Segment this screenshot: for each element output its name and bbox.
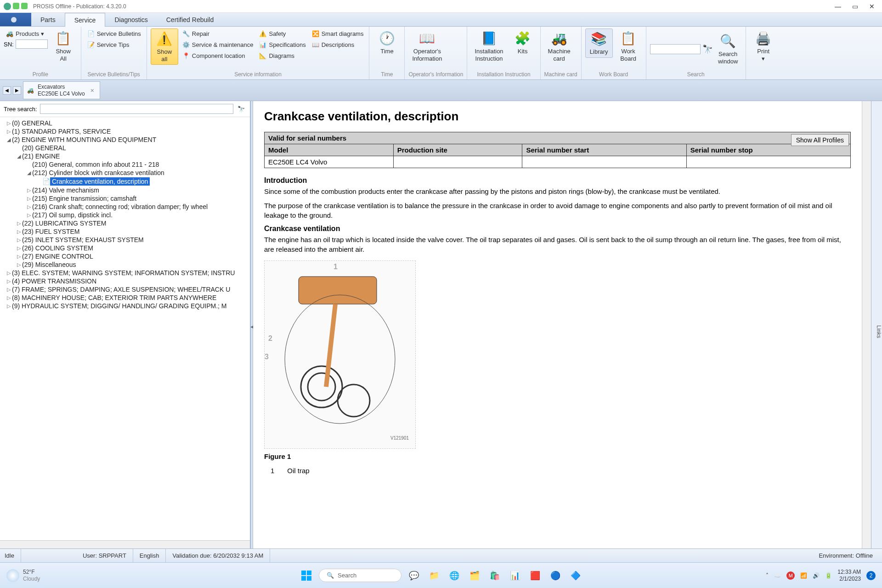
doc-nav-prev[interactable]: ◀ bbox=[3, 86, 11, 95]
tree-toggle[interactable]: ▷ bbox=[26, 187, 32, 193]
content-scrollbar[interactable] bbox=[862, 101, 871, 548]
show-all-service-button[interactable]: ⚠️ Show all bbox=[151, 28, 178, 65]
taskbar-weather[interactable]: 52°F Cloudy bbox=[6, 569, 40, 582]
tree-toggle[interactable]: ▷ bbox=[26, 204, 32, 210]
tree[interactable]: ▷(0) GENERAL▷(1) STANDARD PARTS, SERVICE… bbox=[0, 117, 250, 540]
start-button[interactable] bbox=[299, 568, 314, 583]
qat-icon-2[interactable] bbox=[21, 3, 28, 9]
tree-node[interactable]: ▷(29) Miscellaneous bbox=[0, 260, 250, 269]
tray-notifications[interactable]: 2 bbox=[866, 571, 876, 580]
taskbar-app-5[interactable]: 📊 bbox=[507, 568, 523, 583]
app-menu-button[interactable] bbox=[0, 13, 31, 26]
tray-volume-icon[interactable]: 🔊 bbox=[813, 572, 820, 579]
tray-battery-icon[interactable]: 🔋 bbox=[825, 572, 832, 579]
tree-node[interactable]: ▷(22) LUBRICATING SYSTEM bbox=[0, 219, 250, 227]
tree-toggle[interactable]: ▷ bbox=[26, 212, 32, 218]
taskbar-app-prosis[interactable]: 🔷 bbox=[568, 568, 583, 583]
tree-node[interactable]: ▷(215) Engine transmission; camshaft bbox=[0, 194, 250, 203]
taskbar-app-2[interactable]: 📁 bbox=[426, 568, 442, 583]
show-all-profiles-button[interactable]: Show All Profiles bbox=[791, 134, 849, 146]
tree-toggle[interactable]: ▷ bbox=[6, 303, 12, 309]
tree-toggle[interactable]: ▷ bbox=[6, 278, 12, 284]
tree-node[interactable]: ▷(27) ENGINE CONTROL bbox=[0, 252, 250, 260]
tree-node[interactable]: (20) GENERAL bbox=[0, 144, 250, 152]
taskbar-app-1[interactable]: 💬 bbox=[406, 568, 422, 583]
maximize-button[interactable]: ▭ bbox=[852, 3, 858, 10]
specifications-button[interactable]: 📊Specifications bbox=[257, 40, 307, 50]
tree-node[interactable]: ◢(2) ENGINE WITH MOUNTING AND EQUIPMENT bbox=[0, 136, 250, 144]
products-button[interactable]: 🚜 Products ▾ bbox=[4, 28, 48, 39]
tray-cloud-icon[interactable]: ☁️ bbox=[774, 572, 781, 579]
tab-service[interactable]: Service bbox=[65, 13, 106, 27]
tree-node[interactable]: ▷(3) ELEC. SYSTEM; WARNING SYSTEM; INFOR… bbox=[0, 269, 250, 277]
tree-toggle[interactable]: ▷ bbox=[16, 254, 22, 260]
binoculars-icon[interactable]: 🔭 bbox=[702, 44, 712, 54]
service-bulletins-button[interactable]: 📄Service Bulletins bbox=[85, 28, 143, 39]
tree-toggle[interactable]: ◢ bbox=[16, 153, 22, 159]
tree-node[interactable]: ▷(217) Oil sump, dipstick incl. bbox=[0, 211, 250, 219]
tree-node[interactable]: ▷(9) HYDRAULIC SYSTEM; DIGGING/ HANDLING… bbox=[0, 302, 250, 310]
diagrams-button[interactable]: 📐Diagrams bbox=[257, 51, 307, 61]
print-button[interactable]: 🖨️Print ▾ bbox=[750, 28, 777, 64]
tree-node[interactable]: ◢(21) ENGINE bbox=[0, 152, 250, 160]
tree-node[interactable]: 📄 Crankcase ventilation, description bbox=[0, 177, 250, 186]
tree-node[interactable]: ▷(26) COOLING SYSTEM bbox=[0, 244, 250, 252]
links-side-tab[interactable]: Links bbox=[871, 101, 882, 548]
tab-diagnostics[interactable]: Diagnostics bbox=[105, 13, 157, 26]
profile-show-all-button[interactable]: 📋 Show All bbox=[50, 28, 77, 64]
taskbar-search[interactable]: 🔍 Search bbox=[319, 569, 401, 582]
service-tips-button[interactable]: 📝Service Tips bbox=[85, 40, 143, 50]
tree-toggle[interactable]: ◢ bbox=[26, 170, 32, 176]
tab-certified-rebuild[interactable]: Certified Rebuild bbox=[157, 13, 223, 26]
smart-diagrams-button[interactable]: 🔀Smart diagrams bbox=[310, 28, 366, 39]
taskbar-app-store[interactable]: 🛍️ bbox=[487, 568, 503, 583]
close-button[interactable]: ✕ bbox=[869, 3, 875, 10]
tree-node[interactable]: ▷(23) FUEL SYSTEM bbox=[0, 227, 250, 236]
doc-tab-active[interactable]: 🚜 Excavators EC250E LC4 Volvo × bbox=[23, 81, 100, 99]
kits-button[interactable]: 🧩Kits bbox=[509, 28, 537, 57]
doc-tab-close[interactable]: × bbox=[89, 87, 96, 94]
component-location-button[interactable]: 📍Component location bbox=[180, 51, 255, 61]
taskbar-app-teamviewer[interactable]: 🔵 bbox=[548, 568, 563, 583]
tree-toggle[interactable]: ▷ bbox=[16, 262, 22, 268]
tree-node[interactable]: ▷(25) INLET SYSTEM; EXHAUST SYSTEM bbox=[0, 236, 250, 244]
qat-icon-1[interactable] bbox=[13, 3, 19, 9]
tree-toggle[interactable]: ▷ bbox=[16, 237, 22, 243]
minimize-button[interactable]: — bbox=[835, 3, 841, 10]
tree-node[interactable]: ▷(216) Crank shaft; connecting rod; vibr… bbox=[0, 203, 250, 211]
tree-toggle[interactable]: ◢ bbox=[6, 137, 12, 143]
tree-toggle[interactable]: ▷ bbox=[6, 270, 12, 276]
tray-chevron[interactable]: ˄ bbox=[766, 572, 769, 579]
taskbar-app-edge[interactable]: 🌐 bbox=[447, 568, 462, 583]
tree-node[interactable]: ▷(4) POWER TRANSMISSION bbox=[0, 277, 250, 285]
work-board-button[interactable]: 📋Work Board bbox=[615, 28, 642, 64]
tree-toggle[interactable]: ▷ bbox=[16, 229, 22, 235]
tree-toggle[interactable]: ▷ bbox=[16, 220, 22, 226]
tree-node[interactable]: ▷(0) GENERAL bbox=[0, 119, 250, 127]
ribbon-search-input[interactable] bbox=[650, 44, 701, 54]
taskbar-clock[interactable]: 12:33 AM 2/1/2023 bbox=[837, 569, 861, 582]
tree-node[interactable]: ◢(212) Cylinder block with crankcase ven… bbox=[0, 169, 250, 177]
op-info-button[interactable]: 📖Operator's Information bbox=[408, 28, 446, 64]
install-button[interactable]: 📘Installation Instruction bbox=[471, 28, 507, 64]
safety-button[interactable]: ⚠️Safety bbox=[257, 28, 307, 39]
tree-toggle[interactable]: ▷ bbox=[6, 120, 12, 126]
tree-node[interactable]: (210) General, common info about 211 - 2… bbox=[0, 160, 250, 169]
search-window-button[interactable]: 🔍Search window bbox=[714, 31, 742, 67]
tab-parts[interactable]: Parts bbox=[31, 13, 65, 26]
tree-node[interactable]: ▷(214) Valve mechanism bbox=[0, 186, 250, 194]
tree-search-input[interactable] bbox=[40, 104, 234, 114]
tree-node[interactable]: ▷(8) MACHINERY HOUSE; CAB; EXTERIOR TRIM… bbox=[0, 294, 250, 302]
tree-node[interactable]: ▷(1) STANDARD PARTS, SERVICE bbox=[0, 127, 250, 136]
tree-toggle[interactable]: ▷ bbox=[16, 245, 22, 251]
taskbar-app-explorer[interactable]: 🗂️ bbox=[467, 568, 482, 583]
tree-toggle[interactable]: ▷ bbox=[6, 295, 12, 301]
tray-m-icon[interactable]: M bbox=[786, 571, 795, 580]
taskbar-app-6[interactable]: 🟥 bbox=[527, 568, 543, 583]
library-button[interactable]: 📚Library bbox=[585, 28, 613, 58]
repair-button[interactable]: 🔧Repair bbox=[180, 28, 255, 39]
tree-h-scrollbar[interactable] bbox=[0, 540, 250, 548]
descriptions-button[interactable]: 📖Descriptions bbox=[310, 40, 366, 50]
tree-search-button[interactable]: 🔭 bbox=[236, 104, 246, 114]
tree-toggle[interactable]: ▷ bbox=[6, 129, 12, 135]
